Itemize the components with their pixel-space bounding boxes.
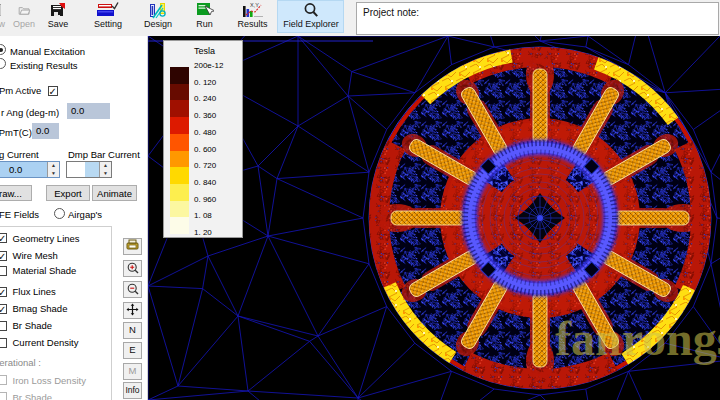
svg-text:X,Y: X,Y: [250, 2, 259, 8]
svg-text:fanrongs: fanrongs: [555, 312, 720, 365]
